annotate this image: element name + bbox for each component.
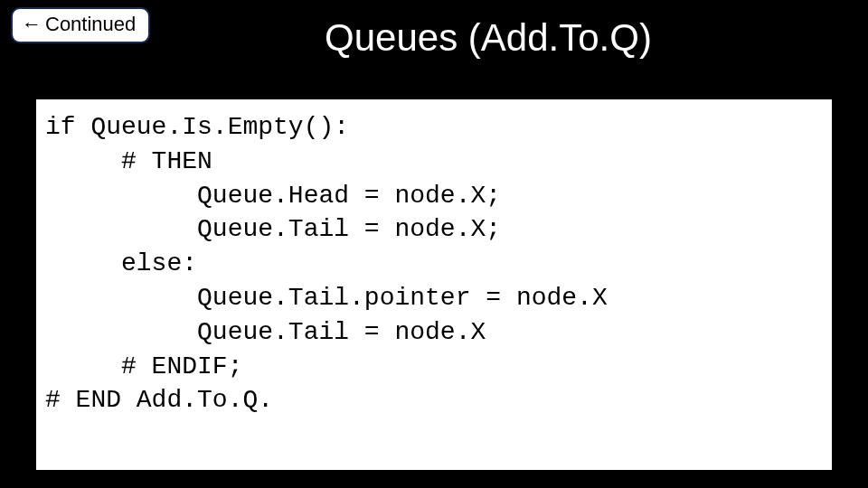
code-line: else: — [45, 249, 197, 277]
code-line: Queue.Head = node.X; — [45, 182, 501, 210]
slide-title: Queues (Add.To.Q) — [0, 16, 868, 60]
code-line: if Queue.Is.Empty(): — [45, 113, 349, 141]
code-block: if Queue.Is.Empty(): # THEN Queue.Head =… — [36, 99, 832, 470]
code-line: # ENDIF; — [45, 352, 242, 380]
code-line: Queue.Tail = node.X; — [45, 215, 501, 243]
code-line: # THEN — [45, 147, 212, 175]
code-line: Queue.Tail = node.X — [45, 318, 486, 346]
code-line: # END Add.To.Q. — [45, 386, 273, 414]
code-line: Queue.Tail.pointer = node.X — [45, 284, 608, 312]
